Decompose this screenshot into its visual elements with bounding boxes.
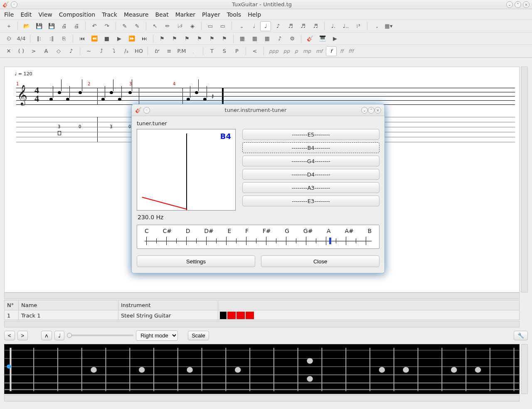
hammer-icon[interactable]: HO [133,46,144,56]
grace-icon[interactable]: ♪ [66,46,76,56]
tuner-string-d4[interactable]: -------- D4 -------- [242,169,379,180]
marker3-icon[interactable]: ⚑ [182,34,192,44]
menu-view[interactable]: View [39,11,52,18]
marker4-icon[interactable]: ⚑ [194,34,205,44]
track-row[interactable]: 1 Track 1 Steel String Guitar [5,310,519,320]
palm-mute-icon[interactable]: P.M [176,46,187,56]
next-icon[interactable]: ⏩ [126,34,137,44]
menu-beat[interactable]: Beat [155,11,168,18]
tuner-string-e3[interactable]: -------- E3 -------- [242,196,379,206]
menu-help[interactable]: Help [248,11,261,18]
metronome-icon[interactable]: ⏲ [3,34,14,44]
tuner-close-button[interactable]: Close [261,255,379,267]
edit-mode2-icon[interactable]: ✎ [132,21,143,31]
menu-edit[interactable]: Edit [20,11,32,18]
menu-track[interactable]: Track [102,11,117,18]
note-duration-button[interactable]: ♩ [54,331,64,340]
pencil-icon[interactable]: ✏ [162,21,173,31]
marker5-icon[interactable]: ⚑ [207,34,217,44]
vibrato-icon[interactable]: ~ [84,46,94,56]
thirtysecond-note-icon[interactable]: ♬ [298,21,308,31]
dialog-maximize-button[interactable]: ⌃ [368,107,374,114]
tuner-dialog-titlebar[interactable]: 🎸 ◦ tuner.instrument-tuner ⌄ ⌃ × [132,104,384,116]
menu-tools[interactable]: Tools [227,11,241,18]
tuner-string-e5[interactable]: -------- E5 -------- [242,129,379,140]
repeat-close-icon[interactable]: :‖ [46,34,57,44]
edit-mode1-icon[interactable]: ✎ [119,21,130,31]
piano-icon[interactable]: 🎹 [317,34,328,44]
slide-icon[interactable]: ∕₃ [121,46,132,56]
fret-left-button[interactable]: < [4,331,15,340]
sixteenth-note-icon[interactable]: ♬ [285,21,296,31]
tremolo-bar-icon[interactable]: ⤵ [108,46,119,56]
marker2-icon[interactable]: ⚑ [169,34,180,44]
prev-icon[interactable]: ⏪ [89,34,100,44]
tuner-settings-button[interactable]: Settings [137,255,255,267]
stop-icon[interactable]: ■ [101,34,112,44]
quarter-note-icon[interactable]: ♩ [260,21,271,31]
new-icon[interactable]: ＋ [3,21,14,31]
maximize-button[interactable]: ⌃ [515,1,521,8]
tie-icon[interactable]: 𝅗 [371,21,382,31]
heavy-accent-icon[interactable]: A [41,46,52,56]
deadnote-icon[interactable]: ✕ [3,46,14,56]
play-icon[interactable]: ▶ [114,34,125,44]
minimize-button[interactable]: ⌄ [506,1,513,8]
settings-tool-icon[interactable]: 🔧 [514,331,528,340]
harmonic-icon[interactable]: ◇ [53,46,64,56]
whole-note-icon[interactable]: 𝅝 [235,21,246,31]
print-preview-icon[interactable]: 🖨 [71,21,82,31]
dyn-mf[interactable]: mf [314,48,324,54]
trill-icon[interactable]: tr [151,46,162,56]
timesig-icon[interactable]: 4/4 [16,34,27,44]
tuner-string-g4[interactable]: -------- G4 -------- [242,156,379,166]
fretboard-vertical-scrollbar[interactable] [521,344,528,394]
fretboard-icon[interactable]: 🎸 [305,34,315,44]
page2-icon[interactable]: ▭ [217,21,228,31]
open-icon[interactable]: 📂 [21,21,32,31]
menu-file[interactable]: File [4,11,14,18]
dotted-icon[interactable]: ♩. [328,21,339,31]
half-note-icon[interactable]: 𝅗𝅥 [248,21,259,31]
last-icon[interactable]: ⏭ [139,34,150,44]
generic-window-button[interactable]: ◦ [11,1,17,8]
fretboard-view[interactable] [4,344,520,394]
dialog-generic-button[interactable]: ◦ [143,107,150,114]
slapping-icon[interactable]: S [219,46,230,56]
double-dotted-icon[interactable]: ♩.. [340,21,351,31]
fret-right-button[interactable]: > [17,331,28,340]
dyn-f[interactable]: f [326,46,337,56]
save-as-icon[interactable]: 💾 [46,21,57,31]
page-icon[interactable]: ▭ [205,21,216,31]
undo-icon[interactable]: ↶ [89,21,100,31]
tuner-string-b4[interactable]: -------- B4 -------- [242,142,379,153]
dyn-pp[interactable]: pp [282,48,291,54]
tremolo-icon[interactable]: ≡ [164,46,175,56]
fade-icon[interactable]: < [249,46,260,56]
dyn-fff[interactable]: fff [347,48,355,54]
hand-mode-select[interactable]: Right mode [136,330,178,341]
dyn-p[interactable]: p [293,48,300,54]
redo-icon[interactable]: ↷ [101,21,112,31]
scale-button[interactable]: Scale [188,331,209,340]
popping-icon[interactable]: P [232,46,242,56]
dialog-minimize-button[interactable]: ⌄ [361,107,368,114]
tuplet-icon[interactable]: ⁝³ [353,21,364,31]
zoom-slider[interactable] [67,335,133,336]
dyn-mp[interactable]: mp [301,48,313,54]
sixtyfourth-note-icon[interactable]: ♬ [310,21,321,31]
sharp-flat-icon[interactable]: ♭♯ [175,21,185,31]
tapping-icon[interactable]: T [207,46,217,56]
close-window-button[interactable]: × [523,1,530,8]
voice-icon[interactable]: ◈ [187,21,198,31]
chord-icon[interactable]: ▦▾ [383,21,394,31]
dyn-ppp[interactable]: ppp [267,48,280,54]
menu-composition[interactable]: Composition [59,11,95,18]
staccato-icon[interactable]: 𝅼 [189,46,200,56]
print-icon[interactable]: 🖨 [59,21,69,31]
tuner-string-a3[interactable]: -------- A3 -------- [242,182,379,193]
score-vertical-scrollbar[interactable] [521,67,528,292]
repeat-alt-icon[interactable]: ⎘ [59,34,69,44]
cursor-icon[interactable]: ↖ [150,21,160,31]
view5-icon[interactable]: ⚙ [287,34,298,44]
